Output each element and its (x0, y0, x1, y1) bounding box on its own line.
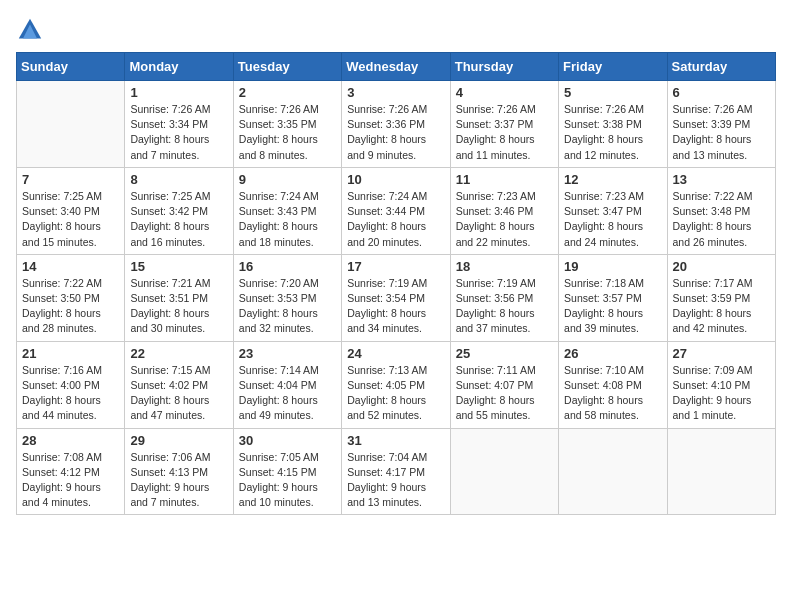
calendar-cell: 3Sunrise: 7:26 AM Sunset: 3:36 PM Daylig… (342, 81, 450, 168)
weekday-friday: Friday (559, 53, 667, 81)
logo (16, 16, 48, 44)
calendar-cell: 27Sunrise: 7:09 AM Sunset: 4:10 PM Dayli… (667, 341, 775, 428)
cell-info: Sunrise: 7:20 AM Sunset: 3:53 PM Dayligh… (239, 276, 336, 337)
cell-info: Sunrise: 7:17 AM Sunset: 3:59 PM Dayligh… (673, 276, 770, 337)
cell-info: Sunrise: 7:26 AM Sunset: 3:36 PM Dayligh… (347, 102, 444, 163)
cell-day-number: 22 (130, 346, 227, 361)
calendar-cell: 20Sunrise: 7:17 AM Sunset: 3:59 PM Dayli… (667, 254, 775, 341)
cell-info: Sunrise: 7:13 AM Sunset: 4:05 PM Dayligh… (347, 363, 444, 424)
calendar-cell: 26Sunrise: 7:10 AM Sunset: 4:08 PM Dayli… (559, 341, 667, 428)
cell-info: Sunrise: 7:11 AM Sunset: 4:07 PM Dayligh… (456, 363, 553, 424)
weekday-wednesday: Wednesday (342, 53, 450, 81)
cell-info: Sunrise: 7:21 AM Sunset: 3:51 PM Dayligh… (130, 276, 227, 337)
calendar-cell (559, 428, 667, 515)
cell-day-number: 29 (130, 433, 227, 448)
cell-day-number: 13 (673, 172, 770, 187)
calendar-cell: 15Sunrise: 7:21 AM Sunset: 3:51 PM Dayli… (125, 254, 233, 341)
calendar-week-2: 14Sunrise: 7:22 AM Sunset: 3:50 PM Dayli… (17, 254, 776, 341)
calendar-cell: 21Sunrise: 7:16 AM Sunset: 4:00 PM Dayli… (17, 341, 125, 428)
cell-day-number: 30 (239, 433, 336, 448)
weekday-monday: Monday (125, 53, 233, 81)
calendar-cell: 8Sunrise: 7:25 AM Sunset: 3:42 PM Daylig… (125, 167, 233, 254)
calendar-cell: 19Sunrise: 7:18 AM Sunset: 3:57 PM Dayli… (559, 254, 667, 341)
calendar-cell: 4Sunrise: 7:26 AM Sunset: 3:37 PM Daylig… (450, 81, 558, 168)
calendar-week-0: 1Sunrise: 7:26 AM Sunset: 3:34 PM Daylig… (17, 81, 776, 168)
cell-day-number: 5 (564, 85, 661, 100)
cell-day-number: 8 (130, 172, 227, 187)
cell-day-number: 3 (347, 85, 444, 100)
cell-day-number: 31 (347, 433, 444, 448)
cell-day-number: 12 (564, 172, 661, 187)
cell-info: Sunrise: 7:14 AM Sunset: 4:04 PM Dayligh… (239, 363, 336, 424)
calendar-cell: 10Sunrise: 7:24 AM Sunset: 3:44 PM Dayli… (342, 167, 450, 254)
calendar-table: SundayMondayTuesdayWednesdayThursdayFrid… (16, 52, 776, 515)
cell-day-number: 18 (456, 259, 553, 274)
cell-info: Sunrise: 7:10 AM Sunset: 4:08 PM Dayligh… (564, 363, 661, 424)
calendar-cell: 22Sunrise: 7:15 AM Sunset: 4:02 PM Dayli… (125, 341, 233, 428)
calendar-cell: 13Sunrise: 7:22 AM Sunset: 3:48 PM Dayli… (667, 167, 775, 254)
cell-info: Sunrise: 7:26 AM Sunset: 3:39 PM Dayligh… (673, 102, 770, 163)
calendar-header: SundayMondayTuesdayWednesdayThursdayFrid… (17, 53, 776, 81)
cell-info: Sunrise: 7:19 AM Sunset: 3:56 PM Dayligh… (456, 276, 553, 337)
calendar-cell: 31Sunrise: 7:04 AM Sunset: 4:17 PM Dayli… (342, 428, 450, 515)
calendar-cell: 7Sunrise: 7:25 AM Sunset: 3:40 PM Daylig… (17, 167, 125, 254)
cell-info: Sunrise: 7:04 AM Sunset: 4:17 PM Dayligh… (347, 450, 444, 511)
calendar-cell: 9Sunrise: 7:24 AM Sunset: 3:43 PM Daylig… (233, 167, 341, 254)
cell-day-number: 2 (239, 85, 336, 100)
calendar-cell: 1Sunrise: 7:26 AM Sunset: 3:34 PM Daylig… (125, 81, 233, 168)
cell-day-number: 21 (22, 346, 119, 361)
cell-day-number: 19 (564, 259, 661, 274)
cell-day-number: 4 (456, 85, 553, 100)
cell-day-number: 1 (130, 85, 227, 100)
calendar-cell: 28Sunrise: 7:08 AM Sunset: 4:12 PM Dayli… (17, 428, 125, 515)
cell-day-number: 10 (347, 172, 444, 187)
cell-info: Sunrise: 7:22 AM Sunset: 3:48 PM Dayligh… (673, 189, 770, 250)
calendar-week-4: 28Sunrise: 7:08 AM Sunset: 4:12 PM Dayli… (17, 428, 776, 515)
cell-day-number: 26 (564, 346, 661, 361)
page-header (16, 16, 776, 44)
calendar-cell: 17Sunrise: 7:19 AM Sunset: 3:54 PM Dayli… (342, 254, 450, 341)
calendar-cell: 2Sunrise: 7:26 AM Sunset: 3:35 PM Daylig… (233, 81, 341, 168)
weekday-thursday: Thursday (450, 53, 558, 81)
calendar-cell: 16Sunrise: 7:20 AM Sunset: 3:53 PM Dayli… (233, 254, 341, 341)
calendar-cell: 12Sunrise: 7:23 AM Sunset: 3:47 PM Dayli… (559, 167, 667, 254)
cell-info: Sunrise: 7:25 AM Sunset: 3:40 PM Dayligh… (22, 189, 119, 250)
cell-day-number: 27 (673, 346, 770, 361)
calendar-cell: 14Sunrise: 7:22 AM Sunset: 3:50 PM Dayli… (17, 254, 125, 341)
calendar-cell: 25Sunrise: 7:11 AM Sunset: 4:07 PM Dayli… (450, 341, 558, 428)
cell-info: Sunrise: 7:23 AM Sunset: 3:46 PM Dayligh… (456, 189, 553, 250)
cell-info: Sunrise: 7:26 AM Sunset: 3:38 PM Dayligh… (564, 102, 661, 163)
cell-info: Sunrise: 7:25 AM Sunset: 3:42 PM Dayligh… (130, 189, 227, 250)
cell-info: Sunrise: 7:16 AM Sunset: 4:00 PM Dayligh… (22, 363, 119, 424)
calendar-cell: 24Sunrise: 7:13 AM Sunset: 4:05 PM Dayli… (342, 341, 450, 428)
calendar-cell: 5Sunrise: 7:26 AM Sunset: 3:38 PM Daylig… (559, 81, 667, 168)
cell-day-number: 23 (239, 346, 336, 361)
calendar-cell (450, 428, 558, 515)
calendar-body: 1Sunrise: 7:26 AM Sunset: 3:34 PM Daylig… (17, 81, 776, 515)
calendar-cell: 30Sunrise: 7:05 AM Sunset: 4:15 PM Dayli… (233, 428, 341, 515)
weekday-sunday: Sunday (17, 53, 125, 81)
cell-info: Sunrise: 7:24 AM Sunset: 3:44 PM Dayligh… (347, 189, 444, 250)
calendar-week-1: 7Sunrise: 7:25 AM Sunset: 3:40 PM Daylig… (17, 167, 776, 254)
cell-day-number: 7 (22, 172, 119, 187)
cell-info: Sunrise: 7:26 AM Sunset: 3:35 PM Dayligh… (239, 102, 336, 163)
cell-info: Sunrise: 7:08 AM Sunset: 4:12 PM Dayligh… (22, 450, 119, 511)
cell-info: Sunrise: 7:26 AM Sunset: 3:34 PM Dayligh… (130, 102, 227, 163)
cell-info: Sunrise: 7:15 AM Sunset: 4:02 PM Dayligh… (130, 363, 227, 424)
cell-info: Sunrise: 7:26 AM Sunset: 3:37 PM Dayligh… (456, 102, 553, 163)
cell-info: Sunrise: 7:09 AM Sunset: 4:10 PM Dayligh… (673, 363, 770, 424)
weekday-header-row: SundayMondayTuesdayWednesdayThursdayFrid… (17, 53, 776, 81)
cell-info: Sunrise: 7:19 AM Sunset: 3:54 PM Dayligh… (347, 276, 444, 337)
calendar-cell: 11Sunrise: 7:23 AM Sunset: 3:46 PM Dayli… (450, 167, 558, 254)
logo-icon (16, 16, 44, 44)
cell-day-number: 20 (673, 259, 770, 274)
cell-info: Sunrise: 7:18 AM Sunset: 3:57 PM Dayligh… (564, 276, 661, 337)
cell-day-number: 6 (673, 85, 770, 100)
cell-day-number: 16 (239, 259, 336, 274)
cell-info: Sunrise: 7:24 AM Sunset: 3:43 PM Dayligh… (239, 189, 336, 250)
cell-day-number: 24 (347, 346, 444, 361)
calendar-cell: 18Sunrise: 7:19 AM Sunset: 3:56 PM Dayli… (450, 254, 558, 341)
cell-day-number: 25 (456, 346, 553, 361)
cell-day-number: 11 (456, 172, 553, 187)
calendar-week-3: 21Sunrise: 7:16 AM Sunset: 4:00 PM Dayli… (17, 341, 776, 428)
